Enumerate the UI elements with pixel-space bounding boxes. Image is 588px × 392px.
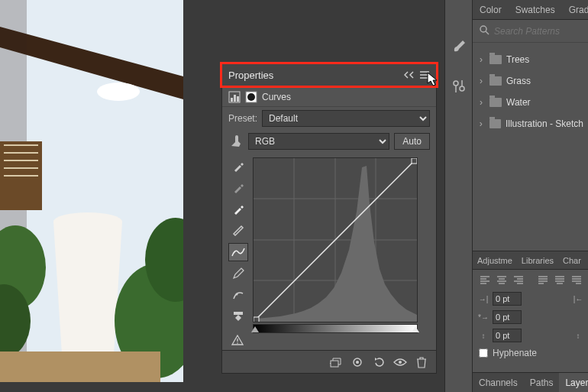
black-point-slider[interactable] [251,326,259,332]
hyphenate-checkbox[interactable] [479,348,488,358]
curves-options-icon[interactable] [228,307,248,326]
space-after-icon: ↕ [572,329,584,342]
hyphenate-label: Hyphenate [493,348,537,358]
svg-rect-26 [237,96,239,102]
tab-layers[interactable]: Layer [559,373,588,392]
indent-left-icon: →| [477,293,489,305]
eyedropper-white-icon[interactable] [228,200,248,219]
auto-button[interactable]: Auto [394,133,430,150]
document-canvas[interactable] [0,0,183,382]
smooth-curve-icon[interactable] [228,286,248,304]
tree-label: Grass [506,76,531,86]
first-line-indent-input[interactable] [493,310,522,324]
layers-panel-tabs: Channels Paths Layer [473,372,588,392]
view-previous-icon[interactable] [351,355,364,369]
justify-left-icon[interactable] [535,274,551,286]
chevron-right-icon: › [477,118,485,129]
collapse-panel-icon[interactable] [404,70,415,81]
tab-character[interactable]: Char [558,251,586,269]
targeted-adjust-icon[interactable] [228,134,244,149]
svg-point-41 [237,342,238,344]
justify-center-icon[interactable] [552,274,567,286]
svg-point-50 [480,26,486,32]
space-before-icon: ↕ [477,329,489,342]
panel-menu-icon[interactable] [419,70,430,81]
patterns-tree: ›Trees ›Grass ›Water ›Illustration - Ske… [473,43,588,141]
tab-color[interactable]: Color [473,0,509,19]
align-center-icon[interactable] [494,274,509,286]
first-line-indent-icon: *→ [477,311,489,323]
chevron-right-icon: › [477,54,485,65]
tree-item[interactable]: ›Grass [477,70,583,92]
paragraph-tabs: Adjustme Libraries Char [473,251,588,270]
input-gradient[interactable] [253,324,418,333]
adjustments-panel-icon[interactable] [451,78,467,95]
svg-point-44 [356,361,359,364]
svg-rect-19 [0,352,160,382]
svg-rect-39 [412,158,417,164]
tab-channels[interactable]: Channels [473,373,524,392]
preset-label: Preset: [228,113,257,124]
align-right-icon[interactable] [511,274,526,286]
tab-gradients[interactable]: Grad [562,0,588,19]
svg-rect-30 [234,312,243,315]
brushes-panel-icon[interactable] [451,38,467,55]
white-point-slider[interactable] [412,326,419,332]
tree-item[interactable]: ›Water [477,92,583,113]
indent-right-icon: |← [572,293,584,305]
svg-point-45 [399,361,402,364]
properties-tab-bar: Properties [222,64,436,87]
curves-adjustment-icon [228,91,241,103]
paragraph-panel: Adjustme Libraries Char →| |← *→ ↕ [473,251,588,361]
preset-select[interactable]: Default [262,110,430,127]
svg-rect-38 [254,317,259,322]
space-before-input[interactable] [493,329,522,342]
chevron-right-icon: › [477,76,485,86]
folder-icon [489,76,502,86]
svg-point-9 [97,83,140,101]
toggle-visibility-icon[interactable] [393,355,407,369]
tree-item[interactable]: ›Trees [477,49,583,70]
curves-tool-column [228,157,250,333]
pencil-mode-icon[interactable] [228,264,248,283]
tab-libraries[interactable]: Libraries [517,251,558,269]
eyedropper-black-icon[interactable] [228,157,248,176]
tab-swatches[interactable]: Swatches [509,0,562,19]
patterns-search-row [473,20,588,43]
indent-left-input[interactable] [493,292,522,306]
svg-point-46 [454,81,458,86]
properties-tab[interactable]: Properties [228,70,273,81]
reset-icon[interactable] [372,355,386,369]
edit-points-icon[interactable] [228,222,248,240]
tree-label: Water [506,97,531,108]
svg-point-48 [460,86,464,91]
svg-rect-24 [231,98,233,102]
curves-graph[interactable] [253,157,418,322]
justify-right-icon[interactable] [569,274,584,286]
search-icon [479,24,489,37]
svg-rect-25 [234,95,236,102]
chevron-right-icon: › [477,97,485,108]
align-left-icon[interactable] [477,274,493,286]
preset-row: Preset: Default [222,107,436,130]
patterns-search-input[interactable] [494,26,588,37]
tab-adjustments[interactable]: Adjustme [473,251,517,269]
layer-mask-icon [245,91,257,103]
folder-icon [489,98,502,107]
channel-select[interactable]: RGB [248,133,389,150]
svg-marker-10 [53,222,122,367]
eyedropper-gray-icon[interactable] [228,179,248,197]
tree-item[interactable]: ›Illustration - Sketch [477,113,583,134]
right-panel-group: Color Swatches Grad ›Trees ›Grass ›Water… [472,0,588,392]
collapsed-panel-strip [444,0,472,392]
delete-adjustment-icon[interactable] [415,355,428,369]
folder-icon [489,55,502,64]
color-panel-tabs: Color Swatches Grad [473,0,588,20]
properties-panel: Properties Curves Preset: Default RGB Au… [221,63,437,374]
clipping-warning-icon [231,335,244,348]
clip-to-layer-icon[interactable] [329,355,343,369]
channel-row: RGB Auto [222,130,436,153]
adjustment-type-label: Curves [262,92,291,102]
tab-paths[interactable]: Paths [524,373,560,392]
curve-mode-icon[interactable] [228,243,248,261]
